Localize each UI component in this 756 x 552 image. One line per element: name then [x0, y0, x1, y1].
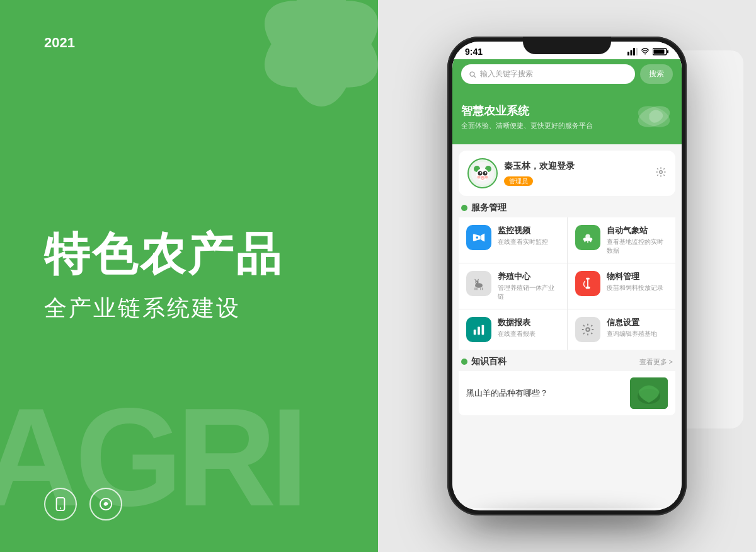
breeding-desc: 管理养殖销一体产业链: [498, 284, 559, 301]
search-icon: [469, 71, 476, 78]
settings-menu-icon: [575, 317, 600, 342]
miniapp-icon-circle[interactable]: [89, 488, 122, 520]
weather-icon: [575, 225, 600, 250]
search-section: 输入关键字搜索 搜索: [452, 59, 682, 91]
knowledge-item-text: 黑山羊的品种有哪些？: [466, 388, 548, 399]
knowledge-header: 知识百科 查看更多 >: [452, 350, 682, 371]
status-icons: [627, 48, 669, 55]
search-button[interactable]: 搜索: [640, 64, 673, 84]
signal-icon: [627, 48, 638, 55]
svg-point-4: [60, 507, 61, 509]
info-settings-text: 信息设置 查询编辑养殖基地: [607, 317, 657, 338]
svg-point-2: [287, 0, 356, 106]
phone-inner: 9:41: [452, 42, 682, 510]
menu-grid: 监控视频 在线查看实时监控: [459, 217, 675, 350]
bottom-icons: [44, 488, 122, 520]
banner-subtitle: 全面体验、清晰便捷、更快更好的服务平台: [461, 121, 593, 130]
user-left: 秦玉林，欢迎登录 管理员: [467, 158, 575, 188]
breeding-text: 养殖中心 管理养殖销一体产业链: [498, 271, 559, 301]
services-title: 服务管理: [471, 202, 507, 214]
svg-point-24: [480, 172, 481, 173]
cctv-desc: 在线查看实时监控: [498, 238, 548, 246]
user-info: 秦玉林，欢迎登录 管理员: [504, 161, 575, 186]
user-badge: 管理员: [504, 176, 533, 186]
knowledge-dot: [461, 359, 467, 365]
menu-item-cctv[interactable]: 监控视频 在线查看实时监控: [459, 217, 567, 263]
menu-item-breeding[interactable]: 养殖中心 管理养殖销一体产业链: [459, 263, 567, 309]
svg-point-35: [587, 238, 592, 241]
info-settings-desc: 查询编辑养殖基地: [607, 330, 657, 338]
svg-point-28: [485, 176, 488, 179]
knowledge-title: 知识百科: [461, 356, 507, 367]
banner: 智慧农业系统 全面体验、清晰便捷、更快更好的服务平台: [452, 91, 682, 144]
weather-text: 自动气象站 查看基地监控的实时数据: [607, 225, 668, 255]
phone-shadow: [472, 509, 662, 528]
right-section: 9:41: [378, 0, 756, 552]
search-placeholder: 输入关键字搜索: [480, 69, 533, 79]
info-settings-title: 信息设置: [607, 317, 657, 328]
svg-rect-12: [654, 50, 665, 54]
svg-point-10: [644, 54, 646, 55]
menu-item-weather[interactable]: 自动气象站 查看基地监控的实时数据: [568, 217, 676, 263]
svg-point-26: [481, 176, 484, 178]
cctv-title: 监控视频: [498, 225, 548, 236]
sub-title: 全产业链系统建设: [44, 293, 340, 324]
materials-text: 物料管理 疫苗和饲料投放记录: [607, 271, 663, 292]
breeding-title: 养殖中心: [498, 271, 559, 282]
svg-point-44: [585, 287, 590, 289]
user-card[interactable]: 秦玉林，欢迎登录 管理员: [459, 151, 675, 196]
settings-icon[interactable]: [655, 166, 667, 181]
svg-rect-36: [584, 241, 585, 243]
svg-point-29: [660, 170, 663, 173]
svg-point-32: [476, 236, 478, 239]
knowledge-item[interactable]: 黑山羊的品种有哪些？: [459, 371, 675, 415]
menu-item-materials[interactable]: 物料管理 疫苗和饲料投放记录: [568, 263, 676, 309]
svg-point-41: [476, 282, 477, 283]
user-avatar: [467, 158, 498, 188]
svg-rect-13: [667, 50, 668, 54]
phone-icon-circle[interactable]: [44, 488, 77, 520]
menu-item-reports[interactable]: 数据报表 在线查看报表: [459, 309, 567, 350]
reports-title: 数据报表: [498, 317, 536, 328]
weather-title: 自动气象站: [607, 225, 668, 236]
left-section: 2021 特色农产品 全产业链系统建设 AGRI: [0, 0, 378, 552]
search-input[interactable]: 输入关键字搜索: [461, 64, 635, 84]
cctv-icon: [466, 225, 491, 250]
cctv-text: 监控视频 在线查看实时监控: [498, 225, 548, 246]
svg-point-39: [475, 283, 483, 288]
svg-rect-43: [587, 279, 588, 287]
menu-item-settings[interactable]: 信息设置 查询编辑养殖基地: [568, 309, 676, 350]
banner-text: 智慧农业系统 全面体验、清晰便捷、更快更好的服务平台: [461, 103, 593, 130]
breeding-icon: [466, 271, 491, 296]
svg-rect-38: [590, 241, 591, 243]
svg-rect-45: [474, 330, 476, 335]
leaf-decoration: [252, 0, 378, 113]
svg-marker-31: [481, 234, 485, 242]
svg-rect-6: [627, 52, 629, 55]
phone-notch: [523, 37, 611, 54]
app-content[interactable]: 输入关键字搜索 搜索 智慧农业系统 全面体验、清晰便捷、更快更好的服务平台: [452, 59, 682, 508]
services-section-header: 服务管理: [452, 196, 682, 217]
avatar-image: [470, 161, 495, 186]
svg-rect-37: [587, 241, 588, 243]
section-dot: [461, 205, 467, 211]
svg-point-27: [478, 176, 481, 179]
status-time: 9:41: [465, 47, 483, 57]
goat-svg: [471, 276, 486, 291]
wifi-icon: [640, 48, 650, 55]
phone-mockup: 9:41: [447, 37, 687, 515]
svg-point-25: [485, 172, 486, 173]
svg-point-48: [586, 328, 590, 331]
see-more-link[interactable]: 查看更多 >: [639, 357, 673, 367]
reports-text: 数据报表 在线查看报表: [498, 317, 536, 338]
user-greeting: 秦玉林，欢迎登录: [504, 161, 575, 172]
weather-desc: 查看基地监控的实时数据: [607, 238, 668, 255]
svg-rect-46: [478, 326, 480, 335]
svg-rect-8: [633, 48, 635, 55]
knowledge-section-title: 知识百科: [471, 356, 507, 367]
banner-title: 智慧农业系统: [461, 103, 593, 118]
reports-desc: 在线查看报表: [498, 330, 536, 338]
main-container: 2021 特色农产品 全产业链系统建设 AGRI: [0, 0, 756, 552]
materials-desc: 疫苗和饲料投放记录: [607, 284, 663, 292]
banner-icon: [635, 98, 673, 135]
